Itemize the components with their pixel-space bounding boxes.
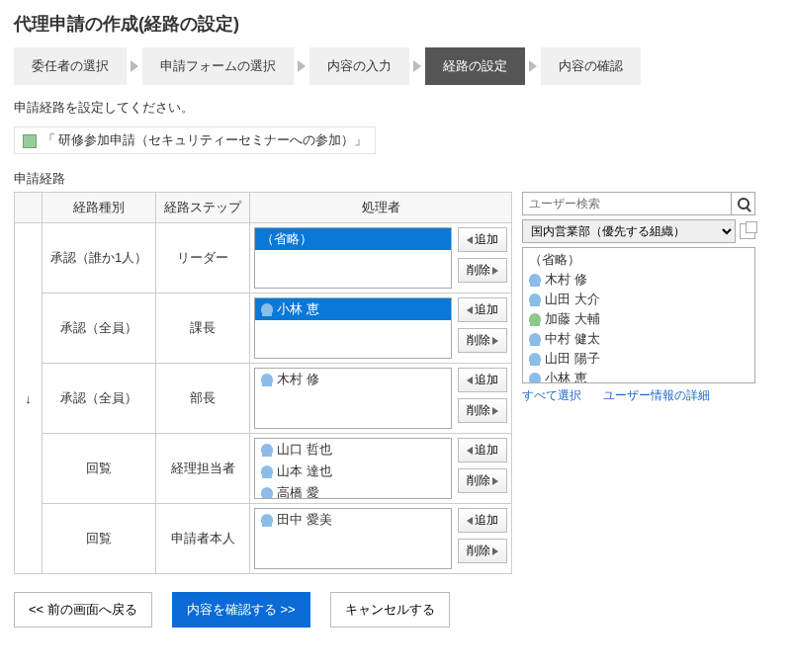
triangle-right-icon — [492, 407, 498, 415]
user-icon — [529, 294, 541, 305]
processor-list[interactable]: （省略） — [254, 227, 452, 289]
route-type: 承認（誰か1人） — [43, 223, 156, 294]
chevron-right-icon — [529, 60, 537, 72]
step-0: 委任者の選択 — [14, 47, 127, 85]
remove-button[interactable]: 削除 — [458, 328, 507, 353]
processor-item[interactable]: 山本 達也 — [255, 461, 451, 482]
route-section-label: 申請経路 — [14, 170, 777, 188]
remove-button[interactable]: 削除 — [458, 258, 507, 283]
user-item[interactable]: 加藤 大輔 — [527, 309, 750, 329]
org-popup-button[interactable] — [740, 223, 755, 239]
user-icon — [529, 373, 541, 383]
add-button[interactable]: 追加 — [458, 297, 507, 322]
route-type: 回覧 — [43, 504, 156, 574]
progress-steps: 委任者の選択申請フォームの選択内容の入力経路の設定内容の確認 — [14, 47, 777, 85]
processor-item[interactable]: 高橋 愛 — [255, 482, 451, 499]
back-button[interactable]: << 前の画面へ戻る — [14, 592, 152, 628]
user-detail-link[interactable]: ユーザー情報の詳細 — [603, 388, 710, 402]
confirm-button[interactable]: 内容を確認する >> — [172, 592, 310, 628]
triangle-right-icon — [492, 547, 498, 555]
remove-button[interactable]: 削除 — [458, 468, 507, 493]
user-item[interactable]: 山田 大介 — [527, 290, 750, 309]
user-icon — [529, 313, 541, 325]
search-button[interactable] — [731, 193, 754, 214]
triangle-right-icon — [492, 337, 498, 345]
triangle-left-icon — [467, 236, 473, 244]
user-icon — [261, 465, 273, 477]
add-button[interactable]: 追加 — [458, 368, 507, 392]
form-icon — [23, 134, 37, 148]
step-2: 内容の入力 — [309, 47, 409, 85]
user-icon — [261, 487, 273, 499]
add-button[interactable]: 追加 — [458, 508, 507, 533]
remove-button[interactable]: 削除 — [458, 539, 507, 563]
form-name-box: 「 研修参加申請（セキュリティーセミナーへの参加）」 — [14, 126, 376, 154]
route-step: リーダー — [156, 223, 250, 294]
processor-item[interactable]: 田中 愛美 — [255, 509, 451, 531]
processor-cell: 山口 哲也山本 達也高橋 愛追加削除 — [250, 434, 512, 504]
col-proc: 処理者 — [250, 193, 512, 223]
processor-item[interactable]: 小林 恵 — [255, 298, 451, 320]
processor-item[interactable]: 山口 哲也 — [255, 439, 451, 461]
triangle-left-icon — [467, 447, 473, 455]
table-row: 承認（全員）部長木村 修追加削除 — [15, 364, 512, 434]
triangle-left-icon — [467, 377, 473, 384]
user-icon — [261, 444, 273, 456]
step-3: 経路の設定 — [425, 47, 525, 85]
user-item[interactable]: （省略） — [527, 250, 750, 270]
page-title: 代理申請の作成(経路の設定) — [14, 12, 777, 36]
instruction-text: 申請経路を設定してください。 — [14, 99, 777, 117]
flow-arrow-icon: ↓ — [15, 223, 43, 574]
search-box — [522, 192, 755, 215]
search-icon — [738, 198, 749, 210]
route-step: 経理担当者 — [156, 434, 250, 504]
route-type: 承認（全員） — [43, 364, 156, 434]
processor-list[interactable]: 田中 愛美 — [254, 508, 452, 569]
route-type: 回覧 — [43, 434, 156, 504]
processor-list[interactable]: 山口 哲也山本 達也高橋 愛 — [254, 438, 452, 499]
chevron-right-icon — [413, 60, 421, 72]
select-all-link[interactable]: すべて選択 — [522, 388, 581, 402]
org-select[interactable]: 国内営業部（優先する組織） — [522, 219, 736, 243]
add-button[interactable]: 追加 — [458, 227, 507, 252]
user-item[interactable]: 山田 陽子 — [527, 349, 750, 369]
user-icon — [261, 374, 273, 385]
route-type: 承認（全員） — [43, 294, 156, 364]
user-item[interactable]: 木村 修 — [527, 270, 750, 290]
form-name-text: 「 研修参加申請（セキュリティーセミナーへの参加）」 — [43, 132, 368, 147]
processor-cell: 小林 恵追加削除 — [250, 294, 512, 364]
cancel-button[interactable]: キャンセルする — [330, 592, 450, 628]
step-1: 申請フォームの選択 — [142, 47, 294, 85]
processor-item[interactable]: 木村 修 — [255, 369, 451, 390]
table-row: 回覧経理担当者山口 哲也山本 達也高橋 愛追加削除 — [15, 434, 512, 504]
table-row: ↓承認（誰か1人）リーダー（省略）追加削除 — [15, 223, 512, 294]
processor-item[interactable]: （省略） — [255, 228, 451, 250]
table-row: 承認（全員）課長小林 恵追加削除 — [15, 294, 512, 364]
processor-cell: （省略）追加削除 — [250, 223, 512, 294]
user-item[interactable]: 中村 健太 — [527, 329, 750, 349]
triangle-left-icon — [467, 517, 473, 525]
user-icon — [529, 274, 541, 286]
user-item[interactable]: 小林 恵 — [527, 369, 750, 383]
user-list[interactable]: （省略）木村 修山田 大介加藤 大輔中村 健太山田 陽子小林 恵 — [522, 247, 755, 383]
route-step: 部長 — [156, 364, 250, 434]
search-input[interactable] — [523, 193, 731, 214]
chevron-right-icon — [298, 60, 306, 72]
chevron-right-icon — [131, 60, 138, 72]
processor-list[interactable]: 小林 恵 — [254, 297, 452, 359]
route-step: 申請者本人 — [156, 504, 250, 574]
user-icon — [261, 514, 273, 526]
col-type: 経路種別 — [43, 193, 156, 223]
user-icon — [261, 303, 273, 315]
table-row: 回覧申請者本人田中 愛美追加削除 — [15, 504, 512, 574]
processor-list[interactable]: 木村 修 — [254, 368, 452, 429]
processor-cell: 田中 愛美追加削除 — [250, 504, 512, 574]
route-table: 経路種別 経路ステップ 処理者 ↓承認（誰か1人）リーダー（省略）追加削除承認（… — [14, 192, 512, 574]
user-picker: 国内営業部（優先する組織） （省略）木村 修山田 大介加藤 大輔中村 健太山田 … — [522, 192, 755, 404]
remove-button[interactable]: 削除 — [458, 398, 507, 423]
triangle-right-icon — [492, 477, 498, 485]
step-4: 内容の確認 — [541, 47, 641, 85]
add-button[interactable]: 追加 — [458, 438, 507, 462]
col-step: 経路ステップ — [156, 193, 250, 223]
triangle-right-icon — [492, 267, 498, 275]
